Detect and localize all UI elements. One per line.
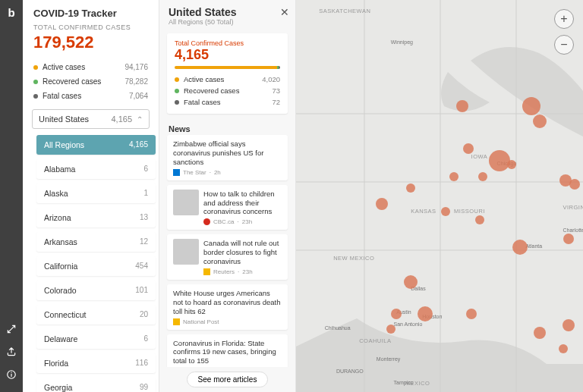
map-city-label: DURANGO (336, 368, 364, 374)
map-hotspot[interactable] (418, 306, 433, 321)
svg-rect-2 (11, 372, 11, 373)
map-state-label: VIRGINIA (563, 204, 583, 211)
news-source: The Star·2h (173, 169, 282, 176)
detail-subtitle: All Regions (50 Total) (169, 18, 286, 26)
region-item[interactable]: California454 (36, 256, 156, 276)
news-item[interactable]: Zimbabwe official says coronavirus punis… (167, 135, 288, 180)
map-city-label: Atlanta (525, 243, 542, 249)
close-icon[interactable]: ✕ (280, 6, 289, 18)
region-item[interactable]: Colorado101 (36, 281, 156, 300)
info-icon[interactable] (0, 363, 23, 386)
news-item[interactable]: Coronavirus in Florida: State confirms 1… (167, 334, 288, 368)
region-item[interactable]: Connecticut20 (36, 305, 156, 325)
map-hotspot[interactable] (449, 172, 459, 181)
map-state-label: SASKATCHEWAN (319, 8, 370, 14)
tcc-value: 4,165 (175, 47, 280, 63)
news-list[interactable]: Zimbabwe official says coronavirus punis… (159, 135, 295, 367)
map-city-label: Monterrey (377, 356, 401, 362)
news-thumb (173, 190, 199, 215)
news-headline: How to talk to children and address thei… (203, 190, 282, 217)
map-hotspot[interactable] (478, 172, 487, 181)
share-icon[interactable] (0, 340, 23, 363)
region-item[interactable]: Alaska1 (36, 183, 156, 203)
sidebar: COVID-19 Tracker TOTAL CONFIRMED CASES 1… (23, 0, 159, 392)
map-city-label: Winnipeg (391, 39, 413, 45)
tcc-label: Total Confirmed Cases (175, 39, 280, 47)
svg-rect-1 (11, 374, 11, 377)
news-headline: Coronavirus in Florida: State confirms 1… (173, 339, 282, 366)
map-hotspot[interactable] (386, 325, 395, 334)
news-heading: News (159, 120, 295, 135)
news-item[interactable]: How to talk to children and address thei… (167, 185, 288, 230)
map-hotspot[interactable] (507, 160, 516, 169)
map-hotspot[interactable] (522, 97, 540, 115)
news-source: Reuters·23h (203, 268, 282, 275)
news-source: CBC.ca·23h (203, 218, 282, 225)
zoom-out-button[interactable]: − (554, 35, 574, 55)
map-state-label: KANSAS (411, 208, 436, 215)
stat-fatal: Fatal cases 7,064 (23, 89, 159, 103)
map-state-label: COAHUILA (359, 337, 391, 344)
bing-logo: b (8, 6, 14, 19)
zoom-in-button[interactable]: + (554, 9, 574, 29)
map-hotspot[interactable] (559, 344, 568, 353)
news-headline: Zimbabwe official says coronavirus punis… (173, 140, 282, 167)
map-city-label: Tampico (394, 380, 414, 385)
detail-panel: ✕ United States All Regions (50 Total) T… (159, 0, 296, 392)
region-all[interactable]: All Regions4,165 (36, 135, 156, 155)
map[interactable]: SASKATCHEWANIOWAKANSASMISSOURIVIRGINIANE… (296, 0, 583, 392)
map-hotspot[interactable] (391, 309, 402, 319)
app-title: COVID-19 Tracker (23, 0, 159, 24)
map-state-label: MISSOURI (454, 208, 485, 215)
map-city-label: Charlotte (563, 227, 583, 233)
region-selector[interactable]: United States 4,165 ⌃ (32, 109, 150, 129)
region-item[interactable]: Georgia99 (36, 378, 156, 392)
region-item[interactable]: Alabama6 (36, 159, 156, 179)
news-item[interactable]: White House urges Americans not to hoard… (167, 284, 288, 330)
map-city-label: San Antonio (394, 321, 423, 327)
fullscreen-icon[interactable] (0, 318, 23, 340)
news-thumb (173, 239, 199, 265)
total-value: 179,522 (23, 31, 159, 60)
news-headline: Canada will not rule out border closures… (203, 239, 282, 266)
map-hotspot[interactable] (456, 100, 468, 112)
map-hotspot[interactable] (475, 215, 484, 224)
map-hotspot[interactable] (512, 240, 528, 255)
map-city-label: Chihuahua (325, 325, 351, 331)
detail-title: United States (169, 6, 286, 18)
region-selector-count: 4,165 (111, 114, 132, 124)
summary-card: Total Confirmed Cases 4,165 Active cases… (167, 33, 288, 114)
region-item[interactable]: Delaware6 (36, 329, 156, 349)
breakdown-bar (175, 66, 280, 69)
region-item[interactable]: Florida116 (36, 353, 156, 373)
utility-rail: b (0, 0, 23, 392)
news-item[interactable]: Canada will not rule out border closures… (167, 234, 288, 280)
region-list[interactable]: All Regions4,165Alabama6Alaska1Arizona13… (23, 135, 159, 392)
map-state-label: NEW MEXICO (333, 255, 374, 262)
stat-active: Active cases 94,176 (23, 60, 159, 74)
map-hotspot[interactable] (466, 309, 477, 319)
map-state-label: IOWA (471, 153, 488, 160)
news-headline: White House urges Americans not to hoard… (173, 289, 282, 316)
chevron-up-icon: ⌃ (137, 115, 143, 124)
region-item[interactable]: Arkansas12 (36, 232, 156, 252)
news-source: National Post (173, 318, 282, 325)
region-selector-name: United States (39, 114, 89, 124)
see-more-button[interactable]: See more articles (187, 372, 269, 387)
map-hotspot[interactable] (569, 179, 580, 190)
total-label: TOTAL CONFIRMED CASES (23, 24, 159, 31)
region-item[interactable]: Arizona13 (36, 208, 156, 227)
stat-recovered: Recovered cases 78,282 (23, 74, 159, 89)
map-hotspot[interactable] (441, 207, 450, 216)
